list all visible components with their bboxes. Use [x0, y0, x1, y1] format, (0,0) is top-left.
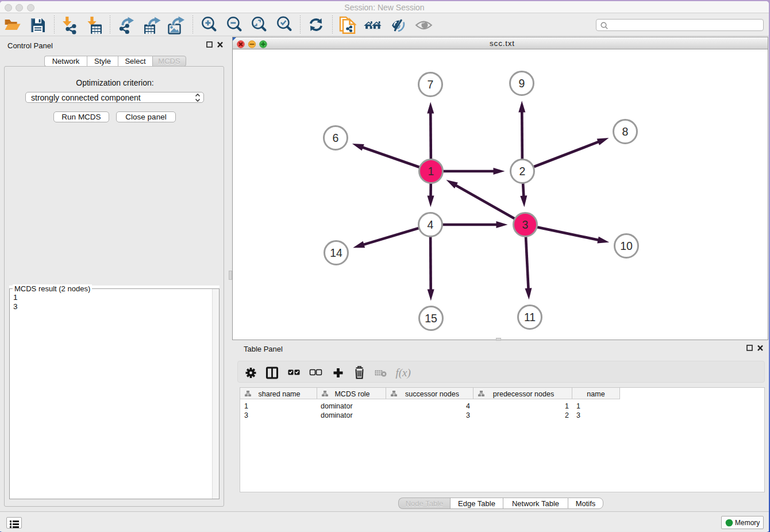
- svg-text:MCDS role: MCDS role: [334, 390, 369, 398]
- svg-text:2: 2: [565, 411, 569, 419]
- svg-text:7: 7: [428, 78, 434, 91]
- svg-text:10: 10: [620, 240, 633, 252]
- svg-text:name: name: [587, 390, 605, 398]
- svg-text:dominator: dominator: [321, 402, 353, 410]
- svg-text:14: 14: [330, 246, 342, 259]
- svg-text:2: 2: [519, 165, 526, 178]
- svg-text:15: 15: [425, 312, 437, 325]
- svg-text:dominator: dominator: [321, 411, 353, 419]
- svg-text:11: 11: [524, 311, 536, 323]
- svg-text:shared name: shared name: [259, 390, 301, 398]
- svg-text:3: 3: [466, 411, 470, 419]
- svg-text:1: 1: [565, 402, 569, 410]
- svg-text:1: 1: [244, 402, 248, 410]
- svg-text:6: 6: [333, 132, 339, 144]
- svg-text:f(x): f(x): [396, 367, 411, 379]
- svg-text:4: 4: [466, 402, 470, 410]
- svg-text:predecessor nodes: predecessor nodes: [493, 390, 554, 398]
- svg-text:4: 4: [428, 218, 434, 231]
- svg-text:1: 1: [428, 165, 434, 178]
- svg-text:successor nodes: successor nodes: [405, 390, 459, 398]
- svg-text:8: 8: [622, 125, 629, 138]
- svg-text:1: 1: [576, 402, 580, 410]
- svg-text:3: 3: [576, 411, 580, 419]
- svg-text:3: 3: [244, 411, 248, 419]
- svg-text:3: 3: [522, 218, 529, 231]
- svg-text:9: 9: [519, 77, 525, 90]
